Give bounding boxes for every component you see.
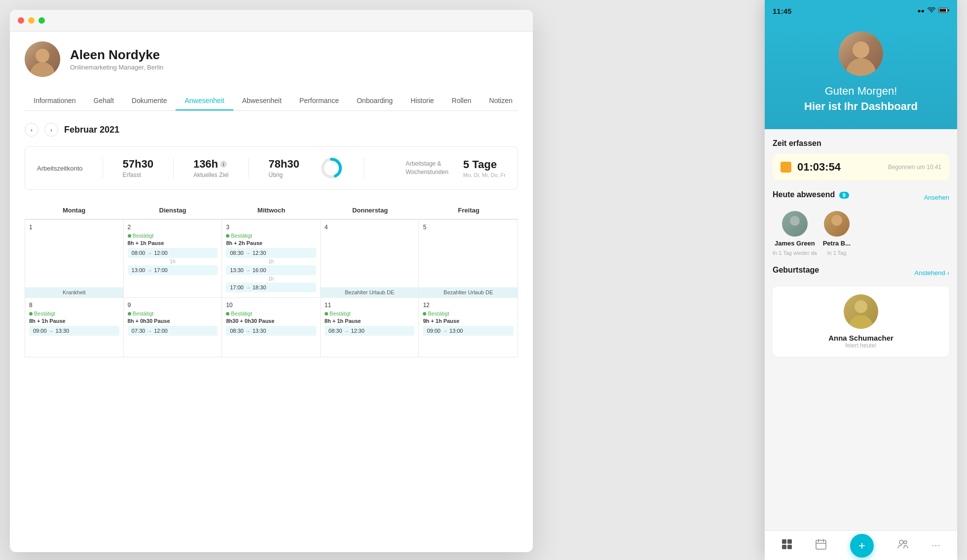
ziel-label: Aktuelles Ziel <box>193 172 228 178</box>
mobile-status-icons: ●● <box>918 7 950 15</box>
tab-performance[interactable]: Performance <box>291 92 348 110</box>
break-2a: 1h <box>128 259 218 264</box>
day-number-11: 11 <box>325 302 415 309</box>
nav-grid[interactable] <box>777 537 797 554</box>
break-3b: 1h <box>226 276 316 281</box>
minimize-button[interactable] <box>28 17 35 24</box>
tab-abwesenheit[interactable]: Abwesenheit <box>233 92 291 110</box>
tab-notizen[interactable]: Notizen <box>480 92 521 110</box>
tab-onboarding[interactable]: Onboarding <box>348 92 402 110</box>
time-block-8a: 09:00 → 13:30 <box>29 326 119 336</box>
header-montag: Montag <box>25 202 123 219</box>
calendar-week-2: 8 Bestätigt 8h + 1h Pause 09:00 → 13:30 … <box>25 298 518 357</box>
absent-return-petra: In 1 Tag <box>827 250 846 256</box>
day-status-9: Bestätigt <box>128 311 218 316</box>
header-donnerstag: Donnerstag <box>321 202 419 219</box>
section-title-time: Zeit erfassen <box>773 139 949 148</box>
day-number-1: 1 <box>29 224 119 231</box>
greeting-line2: Hier ist Ihr Dashboard <box>775 99 947 114</box>
mobile-greeting: Guten Morgen! Hier ist Ihr Dashboard <box>775 84 947 114</box>
status-dot-9 <box>128 312 131 315</box>
day-number-10: 10 <box>226 302 316 309</box>
absent-section-header: Heute abwesend 9 Ansehen <box>773 190 949 205</box>
nav-tabs: Informationen Gehalt Dokumente Anwesenhe… <box>25 92 518 111</box>
status-label-2: Bestätigt <box>133 233 154 239</box>
day-hours-8: 8h + 1h Pause <box>29 318 119 324</box>
nav-fab[interactable]: + <box>845 532 879 560</box>
nav-more[interactable]: ··· <box>927 538 945 553</box>
calendar-icon <box>816 539 826 552</box>
status-label-12: Bestätigt <box>428 311 449 316</box>
svg-rect-5 <box>948 9 949 11</box>
arbeitstage-block: Arbeitstage &Wochenstunden <box>406 160 448 176</box>
absent-link[interactable]: Ansehen <box>924 194 949 201</box>
svg-rect-6 <box>782 539 786 544</box>
profile-name: Aleen Nordyke <box>70 47 163 63</box>
tab-gehalt[interactable]: Gehalt <box>85 92 123 110</box>
tab-anwesenheit[interactable]: Anwesenheit <box>176 92 233 110</box>
tage-block: 5 Tage Mo, Di, Mi, Do, Fr <box>463 158 506 178</box>
svg-rect-10 <box>816 540 826 549</box>
next-month-button[interactable]: › <box>44 123 58 137</box>
day-status-11: Bestätigt <box>325 311 415 316</box>
svg-rect-9 <box>787 545 792 549</box>
tab-rollen[interactable]: Rollen <box>443 92 481 110</box>
time-block-2a: 08:00 → 12:00 <box>128 248 218 258</box>
svg-rect-8 <box>782 545 786 549</box>
day-hours-9: 8h + 0h30 Pause <box>128 318 218 324</box>
maximize-button[interactable] <box>38 17 45 24</box>
erfasst-label: Erfasst <box>123 172 153 178</box>
nav-calendar[interactable] <box>811 537 831 554</box>
divider3 <box>248 158 249 178</box>
time-block-11a: 08:30 → 12:30 <box>325 326 415 336</box>
wifi-icon <box>928 7 935 15</box>
time-block-9a: 07:30 → 12:00 <box>128 326 218 336</box>
people-icon <box>897 539 908 552</box>
month-title: Februar 2021 <box>64 125 119 135</box>
prev-month-button[interactable]: ‹ <box>25 123 38 137</box>
uebrig-label: Übrig <box>268 172 299 178</box>
header-dienstag: Dienstag <box>123 202 222 219</box>
day-number-2: 2 <box>128 224 218 231</box>
birthday-link[interactable]: Anstehend › <box>914 269 949 277</box>
absent-person-james: James Green In 1 Tag wieder da <box>773 211 817 256</box>
birthday-sub: feiert heute! <box>781 342 941 349</box>
cal-day-3: 3 Bestätigt 8h + 2h Pause 08:30 → 12:30 … <box>222 220 321 297</box>
cal-day-2: 2 Bestätigt 8h + 1h Pause 08:00 → 12:00 … <box>124 220 223 297</box>
day-status-2: Bestätigt <box>128 233 218 239</box>
window-controls <box>18 17 45 24</box>
status-label-9: Bestätigt <box>133 311 154 316</box>
stat-erfasst: 57h30 Erfasst <box>123 158 153 178</box>
uebrig-value: 78h30 <box>268 158 299 171</box>
desktop-window: Aleen Nordyke Onlinemarketing Manager, B… <box>10 10 533 552</box>
tab-informationen[interactable]: Informationen <box>25 92 85 110</box>
time-block-2b: 13:00 → 17:00 <box>128 265 218 275</box>
profile-title: Onlinemarketing Manager, Berlin <box>70 64 163 71</box>
birthday-section: Geburtstage Anstehend › Anna Schumacher … <box>773 266 949 357</box>
timer-label: Begonnen um 10:41 <box>888 164 941 171</box>
day-hours-3: 8h + 2h Pause <box>226 240 316 246</box>
tab-dokumente[interactable]: Dokumente <box>123 92 176 110</box>
cal-day-8: 8 Bestätigt 8h + 1h Pause 09:00 → 13:30 <box>25 298 124 357</box>
battery-icon <box>938 7 949 15</box>
close-button[interactable] <box>18 17 24 24</box>
timer-card: 01:03:54 Begonnen um 10:41 <box>773 154 949 180</box>
donut-chart <box>319 156 344 180</box>
timer-stop-button[interactable] <box>781 162 791 173</box>
mobile-header: Guten Morgen! Hier ist Ihr Dashboard <box>765 22 957 129</box>
absent-person-petra: Petra B... In 1 Tag <box>823 211 851 256</box>
tab-historie[interactable]: Historie <box>402 92 443 110</box>
divider <box>103 158 103 178</box>
day-status-12: Bestätigt <box>423 311 514 316</box>
mobile-status-bar: 11:45 ●● <box>765 0 957 22</box>
stat-ziel: 136h ℹ Aktuelles Ziel <box>193 158 228 178</box>
nav-people[interactable] <box>893 537 913 554</box>
cal-day-4: 4 Bezahlter Urlaub DE <box>321 220 419 297</box>
absent-section: Heute abwesend 9 Ansehen James Green In … <box>773 190 949 256</box>
fab-button[interactable]: + <box>850 534 874 558</box>
absent-title: Heute abwesend 9 <box>773 190 849 199</box>
status-label-11: Bestätigt <box>330 311 351 316</box>
grid-icon <box>781 539 792 552</box>
break-3a: 1h <box>226 259 316 264</box>
greeting-line1: Guten Morgen! <box>825 85 897 97</box>
